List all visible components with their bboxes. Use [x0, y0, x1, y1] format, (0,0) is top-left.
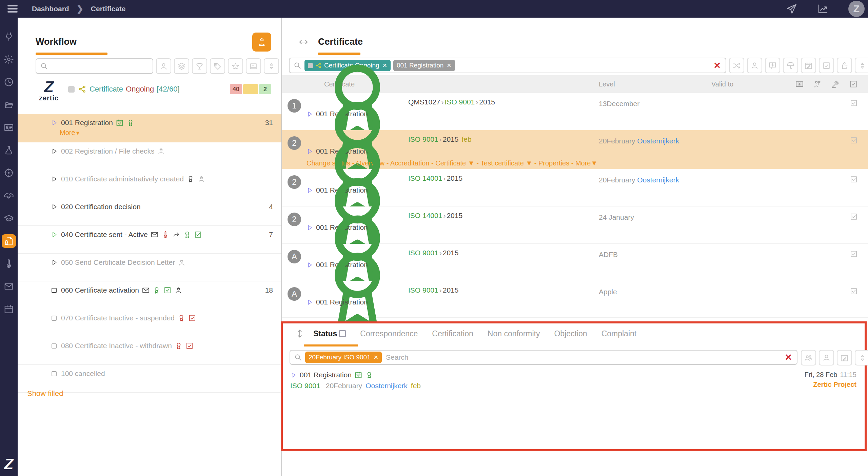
sidebar-item-graduation-cap[interactable]: [2, 212, 16, 225]
entry-link[interactable]: Oosternijkerk: [366, 382, 408, 390]
remove-chip-icon[interactable]: ✕: [374, 354, 378, 361]
assignee-button[interactable]: [252, 33, 271, 52]
root-certificate-label[interactable]: Certificate: [90, 85, 123, 94]
cert-standard[interactable]: ISO 14001: [408, 212, 442, 220]
tab-checkbox[interactable]: [339, 330, 346, 337]
avatar[interactable]: Z: [848, 1, 865, 17]
sort-button[interactable]: [264, 58, 279, 74]
calendar-edit-button[interactable]: [837, 350, 852, 365]
workflow-item[interactable]: 002 Registration / File checks: [18, 142, 281, 170]
clear-search-icon[interactable]: ✕: [785, 353, 792, 362]
level-link[interactable]: Oosternijkerk: [637, 137, 679, 145]
status-entry[interactable]: 001 Registration ISO 9001 20February Oos…: [290, 371, 856, 390]
row-action-link[interactable]: Properties: [538, 159, 569, 167]
workflow-item[interactable]: 080 Certificate Inactive - withdrawn: [18, 337, 281, 365]
workflow-root-node[interactable]: Z zertic Certificate Ongoing [42/60] 402: [36, 79, 271, 113]
resize-vertical-icon[interactable]: [295, 328, 304, 339]
col-level[interactable]: Level: [599, 80, 615, 88]
breadcrumb-certificate[interactable]: Certificate: [91, 5, 126, 13]
umbrella-button[interactable]: [783, 58, 798, 73]
cert-standard[interactable]: ISO 9001: [445, 98, 475, 106]
star-button[interactable]: [228, 58, 243, 74]
sidebar-item-clock[interactable]: [2, 75, 16, 89]
sidebar-item-plug[interactable]: [2, 30, 16, 43]
sidebar-item-id-card[interactable]: [2, 121, 16, 134]
level-link[interactable]: Oosternijkerk: [637, 176, 679, 184]
more-link[interactable]: More▼: [60, 129, 80, 137]
cert-standard[interactable]: ISO 9001: [408, 135, 438, 143]
cert-standard[interactable]: ISO 14001: [408, 174, 442, 182]
calendar-edit-button[interactable]: [801, 58, 816, 73]
menu-icon[interactable]: [7, 5, 18, 13]
cert-standard[interactable]: ISO 9001: [408, 249, 438, 257]
row-checkbox[interactable]: [850, 175, 858, 183]
sidebar-item-calendar[interactable]: [2, 302, 16, 316]
workflow-item[interactable]: 050 Send Certificate Decision Letter: [18, 254, 281, 281]
row-checkbox[interactable]: [850, 136, 858, 144]
workflow-search-input[interactable]: [36, 58, 153, 74]
row-checkbox[interactable]: [850, 250, 858, 258]
row-action-link[interactable]: Certificate ▼: [435, 159, 474, 167]
tab-correspondence[interactable]: Correspondence: [360, 329, 418, 338]
gavel-icon[interactable]: [831, 80, 840, 88]
clear-search-icon[interactable]: ✕: [713, 61, 721, 70]
tab-complaint[interactable]: Complaint: [601, 329, 637, 338]
tag-button[interactable]: [210, 58, 225, 74]
plug-icon: [4, 32, 14, 42]
sort-button[interactable]: [855, 58, 868, 73]
comment-dollar-button[interactable]: [765, 58, 780, 73]
calendar-edit-icon: [840, 354, 849, 362]
person-button[interactable]: [819, 350, 834, 365]
check-square-button[interactable]: [819, 58, 834, 73]
row-checkbox[interactable]: [850, 213, 858, 221]
sidebar-item-target[interactable]: [2, 166, 16, 180]
tab-status[interactable]: Status: [313, 329, 346, 338]
row-checkbox[interactable]: [850, 99, 858, 107]
sidebar-item-folder-open[interactable]: [2, 98, 16, 112]
row-action-link[interactable]: More▼: [575, 159, 597, 167]
workflow-item[interactable]: 070 Certificate Inactive - suspended: [18, 309, 281, 337]
filter-chip-detail[interactable]: 20February ISO 9001 ✕: [305, 352, 382, 363]
detail-search-input[interactable]: 20February ISO 9001 ✕ Search ✕: [290, 350, 797, 365]
cert-standard[interactable]: ISO 9001: [408, 286, 438, 294]
sidebar-item-envelope[interactable]: [2, 280, 16, 293]
workflow-item[interactable]: 001 RegistrationMore▼31: [18, 114, 281, 142]
check-square-icon[interactable]: [849, 80, 858, 88]
sidebar-item-gear[interactable]: [2, 53, 16, 66]
chart-line-icon[interactable]: [817, 3, 829, 15]
shuffle-button[interactable]: [729, 58, 744, 73]
entry-project-link[interactable]: Zertic Project: [805, 381, 856, 389]
tab-certification[interactable]: Certification: [432, 329, 473, 338]
show-filled-link[interactable]: Show filled: [27, 389, 63, 398]
workflow-item[interactable]: 040 Certificate sent - Active7: [18, 226, 281, 254]
sidebar-item-flask[interactable]: [2, 143, 16, 157]
workflow-item[interactable]: 060 Certificate activation18: [18, 281, 281, 309]
person-flag-icon[interactable]: [813, 80, 822, 88]
thumbs-up-button[interactable]: [837, 58, 852, 73]
row-action-link[interactable]: Test certificate ▼: [480, 159, 532, 167]
tab-objection[interactable]: Objection: [554, 329, 587, 338]
certificate-row[interactable]: AISO 9001›2015001 RegistrationApple: [282, 281, 868, 318]
panel-add-icon[interactable]: [795, 80, 804, 88]
tab-non-conformity[interactable]: Non conformity: [488, 329, 540, 338]
breadcrumb-dashboard[interactable]: Dashboard: [32, 5, 69, 13]
person-button[interactable]: [747, 58, 762, 73]
send-icon[interactable]: [786, 3, 797, 15]
sidebar-item-thermometer[interactable]: [2, 257, 16, 271]
resize-horizontal-icon[interactable]: [298, 37, 309, 47]
sort-button[interactable]: [855, 350, 868, 365]
users-button[interactable]: [801, 350, 816, 365]
layers-button[interactable]: [174, 58, 189, 74]
target-icon: [4, 168, 14, 178]
trophy-button[interactable]: [192, 58, 207, 74]
card-button[interactable]: [246, 58, 261, 74]
row-checkbox[interactable]: [850, 287, 858, 295]
person-button[interactable]: [156, 58, 171, 74]
sidebar-item-certificate-doc[interactable]: [2, 234, 16, 248]
remove-chip-icon[interactable]: ✕: [447, 62, 451, 69]
sidebar-item-handshake[interactable]: [2, 189, 16, 202]
workflow-item[interactable]: 100 cancelled: [18, 365, 281, 393]
workflow-item[interactable]: 020 Certification decision4: [18, 198, 281, 226]
col-valid-to[interactable]: Valid to: [711, 80, 733, 88]
workflow-item[interactable]: 010 Certificate administratively created: [18, 170, 281, 198]
